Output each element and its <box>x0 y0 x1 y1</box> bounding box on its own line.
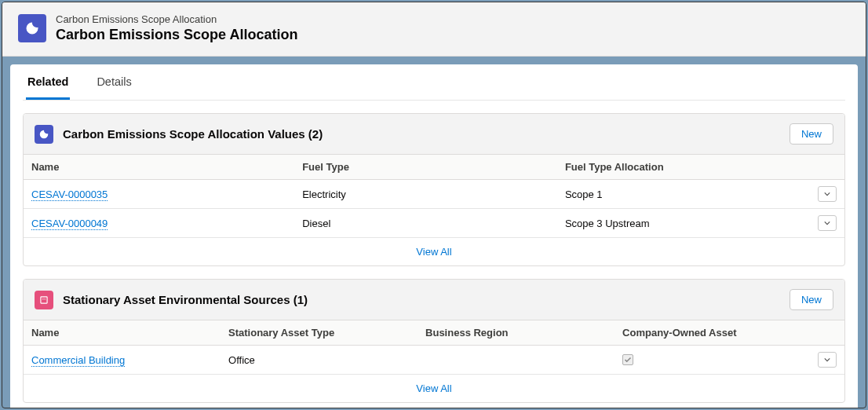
checkbox-checked-icon <box>622 354 633 365</box>
record-link[interactable]: CESAV-0000049 <box>31 218 108 230</box>
tabs: Related Details <box>23 64 845 101</box>
tab-related[interactable]: Related <box>26 64 70 100</box>
row-action-menu[interactable] <box>818 215 837 231</box>
new-button[interactable]: New <box>790 123 833 145</box>
svg-rect-2 <box>45 298 46 299</box>
chevron-down-icon <box>824 220 830 226</box>
col-actions <box>810 320 844 346</box>
page-title: Carbon Emissions Scope Allocation <box>56 27 297 43</box>
table-row: CESAV-0000049 Diesel Scope 3 Upstream <box>24 209 844 238</box>
card-title[interactable]: Stationary Asset Environmental Sources (… <box>63 293 308 306</box>
table-row: CESAV-0000035 Electricity Scope 1 <box>24 180 844 209</box>
building-icon <box>38 295 49 306</box>
card-header: Stationary Asset Environmental Sources (… <box>24 280 844 320</box>
col-asset-type[interactable]: Stationary Asset Type <box>221 320 418 346</box>
row-action-menu[interactable] <box>818 186 837 202</box>
card-icon <box>35 125 53 144</box>
col-name[interactable]: Name <box>24 320 221 346</box>
svg-rect-0 <box>41 296 47 302</box>
card-title[interactable]: Carbon Emissions Scope Allocation Values… <box>63 127 323 141</box>
cell-fuel-type: Diesel <box>294 209 557 238</box>
sources-table: Name Stationary Asset Type Business Regi… <box>24 320 844 375</box>
col-region[interactable]: Business Region <box>418 320 615 346</box>
page-header: Carbon Emissions Scope Allocation Carbon… <box>2 2 866 57</box>
record-link[interactable]: CESAV-0000035 <box>31 189 108 201</box>
cell-fuel-alloc: Scope 3 Upstream <box>557 209 810 238</box>
card-scope-values: Carbon Emissions Scope Allocation Values… <box>23 113 845 266</box>
moon-icon <box>24 20 40 36</box>
col-actions <box>810 155 844 180</box>
chevron-down-icon <box>824 191 830 197</box>
card-header: Carbon Emissions Scope Allocation Values… <box>24 114 844 155</box>
view-all-wrap: View All <box>24 238 844 265</box>
object-label: Carbon Emissions Scope Allocation <box>56 13 297 25</box>
view-all-link[interactable]: View All <box>416 383 451 394</box>
cell-asset-type: Office <box>221 346 418 375</box>
col-fuel-alloc[interactable]: Fuel Type Allocation <box>557 155 810 180</box>
row-action-menu[interactable] <box>818 352 837 368</box>
col-owned[interactable]: Company-Owned Asset <box>615 320 810 346</box>
table-row: Commercial Building Office <box>24 346 844 375</box>
cell-owned <box>615 346 810 375</box>
values-table: Name Fuel Type Fuel Type Allocation CESA… <box>24 155 844 238</box>
content-wrap: Related Details Carbon Emissions Scope A… <box>10 64 858 408</box>
record-link[interactable]: Commercial Building <box>31 354 125 367</box>
view-all-wrap: View All <box>24 375 844 402</box>
header-text: Carbon Emissions Scope Allocation Carbon… <box>56 13 297 43</box>
view-all-link[interactable]: View All <box>416 246 451 258</box>
cell-fuel-alloc: Scope 1 <box>557 180 810 209</box>
record-icon <box>18 14 46 42</box>
cell-fuel-type: Electricity <box>294 180 557 209</box>
cell-region <box>418 346 615 375</box>
svg-rect-1 <box>42 298 43 299</box>
card-stationary-sources: Stationary Asset Environmental Sources (… <box>23 279 845 403</box>
col-fuel-type[interactable]: Fuel Type <box>294 155 557 180</box>
new-button[interactable]: New <box>790 289 833 310</box>
moon-icon <box>38 129 49 140</box>
app-frame: Carbon Emissions Scope Allocation Carbon… <box>2 2 866 408</box>
tab-details[interactable]: Details <box>95 64 133 100</box>
col-name[interactable]: Name <box>24 155 294 180</box>
card-icon <box>35 291 53 309</box>
chevron-down-icon <box>824 357 830 363</box>
